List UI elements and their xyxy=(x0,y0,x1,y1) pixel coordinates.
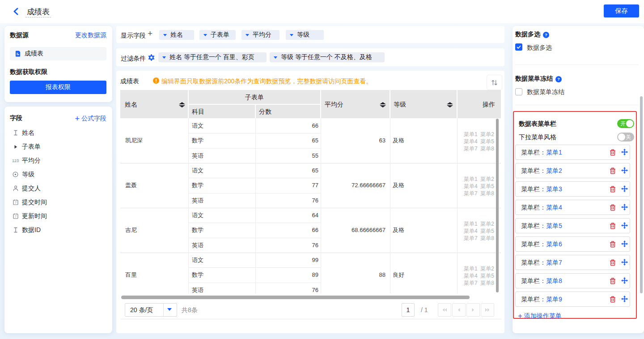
svg-text:7: 7 xyxy=(15,215,17,218)
svg-text:?: ? xyxy=(545,32,547,37)
svg-text:?: ? xyxy=(557,77,560,82)
svg-text:7: 7 xyxy=(15,201,17,204)
